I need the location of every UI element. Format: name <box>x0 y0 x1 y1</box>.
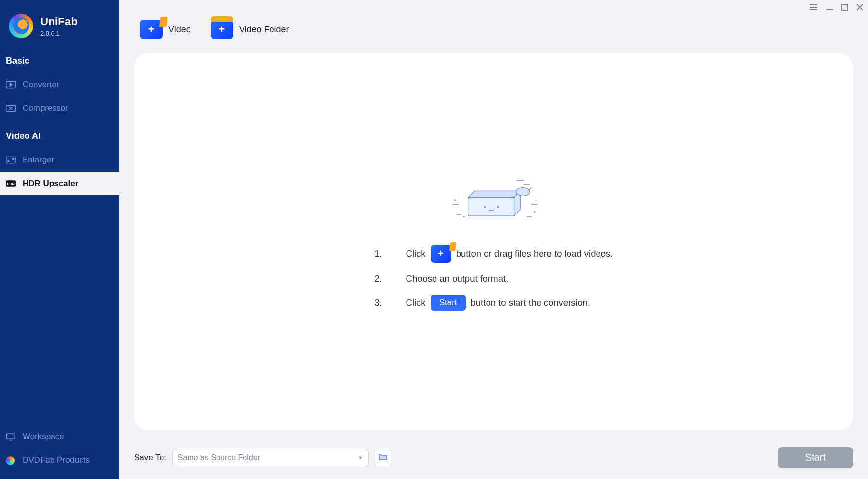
save-to-value: Same as Source Folder <box>178 453 260 462</box>
window-controls <box>809 4 863 13</box>
step-text: button to start the conversion. <box>471 297 591 308</box>
save-to-select[interactable]: Same as Source Folder ▼ <box>172 450 369 466</box>
sidebar-item-converter[interactable]: Converter <box>0 73 119 97</box>
sidebar-item-label: Converter <box>23 80 59 90</box>
sidebar-item-dvdfab-products[interactable]: DVDFab Products <box>0 449 119 479</box>
step-text: Choose an output format. <box>406 273 509 284</box>
sidebar-item-enlarger[interactable]: Enlarger <box>0 148 119 172</box>
inline-plus-video-icon: + <box>431 245 451 263</box>
dvdfab-icon <box>6 456 16 464</box>
step-number: 2. <box>375 273 401 284</box>
app-logo-icon <box>9 14 33 38</box>
svg-point-13 <box>463 216 464 217</box>
hdr-icon: HDR <box>6 180 16 187</box>
sidebar-item-label: Workspace <box>23 432 64 442</box>
instruction-step-1: 1. Click + button or drag files here to … <box>375 245 613 263</box>
step-text: Click <box>406 248 426 259</box>
add-video-label: Video <box>168 25 191 35</box>
empty-box-illustration <box>440 173 548 227</box>
step-number: 1. <box>375 248 401 259</box>
app-version: 2.0.0.1 <box>40 30 78 37</box>
svg-point-9 <box>484 206 485 207</box>
hamburger-menu-icon[interactable] <box>809 4 818 13</box>
browse-folder-button[interactable] <box>375 450 391 466</box>
add-video-folder-label: Video Folder <box>239 25 289 35</box>
sidebar-section-videoai: Video AI <box>0 120 119 148</box>
drop-zone-card[interactable]: 1. Click + button or drag files here to … <box>134 53 853 430</box>
maximize-icon[interactable] <box>841 4 848 13</box>
compress-icon <box>6 105 16 112</box>
toolbar: + Video + Video Folder <box>119 0 868 49</box>
sidebar-section-basic: Basic <box>0 53 119 73</box>
svg-text:HDR: HDR <box>7 182 15 186</box>
svg-rect-6 <box>842 4 848 10</box>
close-icon[interactable] <box>856 4 863 13</box>
sidebar-item-compressor[interactable]: Compressor <box>0 97 119 120</box>
instruction-step-2: 2. Choose an output format. <box>375 273 613 284</box>
step-text: Click <box>406 297 426 308</box>
play-icon <box>6 81 16 89</box>
sidebar-item-label: DVDFab Products <box>23 455 90 465</box>
folder-icon <box>379 453 387 462</box>
main-area: + Video + Video Folder 1. <box>119 0 868 479</box>
app-name: UniFab <box>40 15 78 28</box>
svg-rect-7 <box>468 197 514 215</box>
bottom-bar: Save To: Same as Source Folder ▼ Start <box>119 440 868 479</box>
instruction-steps: 1. Click + button or drag files here to … <box>375 245 613 311</box>
instruction-step-3: 3. Click Start button to start the conve… <box>375 295 613 311</box>
monitor-icon <box>6 433 16 441</box>
start-button[interactable]: Start <box>778 447 853 468</box>
sidebar-item-hdr-upscaler[interactable]: HDR HDR Upscaler <box>0 172 119 195</box>
add-video-button[interactable]: + Video <box>140 20 191 39</box>
enlarge-icon <box>6 156 16 164</box>
svg-rect-5 <box>7 434 15 439</box>
sidebar: UniFab 2.0.0.1 Basic Converter Compresso… <box>0 0 119 479</box>
save-to-label: Save To: <box>134 453 166 463</box>
minimize-icon[interactable] <box>826 4 834 13</box>
step-text: button or drag files here to load videos… <box>456 248 613 259</box>
svg-point-12 <box>534 211 535 213</box>
sidebar-item-label: Enlarger <box>23 155 54 165</box>
sidebar-item-label: Compressor <box>23 104 68 113</box>
plus-video-icon: + <box>140 20 163 39</box>
sidebar-item-workspace[interactable]: Workspace <box>0 425 119 449</box>
chevron-down-icon: ▼ <box>358 455 363 461</box>
svg-point-11 <box>454 199 455 201</box>
app-logo-block: UniFab 2.0.0.1 <box>0 0 119 53</box>
add-video-folder-button[interactable]: + Video Folder <box>211 20 289 39</box>
svg-point-10 <box>497 206 498 207</box>
inline-start-badge: Start <box>431 295 466 311</box>
step-number: 3. <box>375 297 401 308</box>
svg-point-8 <box>516 187 529 196</box>
sidebar-item-label: HDR Upscaler <box>23 179 78 188</box>
plus-folder-icon: + <box>211 20 233 39</box>
